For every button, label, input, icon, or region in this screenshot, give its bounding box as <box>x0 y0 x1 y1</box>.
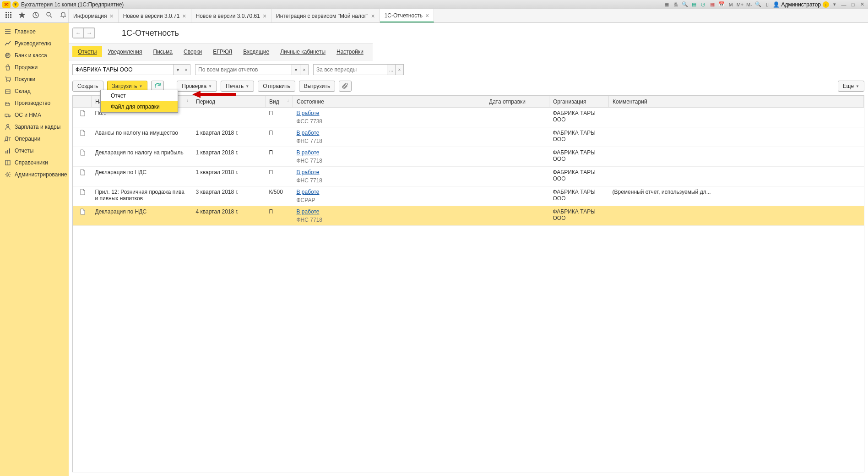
subtabs: ОтчетыУведомленияПисьмаСверкиЕГРЮЛВходящ… <box>69 43 373 60</box>
col-org[interactable]: Организация <box>549 96 609 108</box>
close-icon[interactable]: ✕ <box>858 1 866 8</box>
check-button[interactable]: Проверка▼ <box>177 81 217 92</box>
panel-icon[interactable]: ▯ <box>764 1 771 8</box>
more-button[interactable]: Еще▼ <box>838 81 864 92</box>
period-clear-icon[interactable]: × <box>395 65 403 75</box>
user-label[interactable]: 👤 Администратор <box>773 1 821 8</box>
period-more-icon[interactable]: … <box>387 65 395 75</box>
print-icon[interactable]: 🖶 <box>672 1 679 8</box>
print-button[interactable]: Печать▼ <box>221 81 254 92</box>
status-link[interactable]: В работе <box>297 169 320 175</box>
org-clear-icon[interactable]: × <box>182 65 190 75</box>
tab-close-icon[interactable]: × <box>371 12 374 20</box>
sidebar-item[interactable]: Склад <box>0 85 69 97</box>
subtab[interactable]: Уведомления <box>102 46 147 57</box>
org-dropdown-icon[interactable]: ▾ <box>174 65 182 75</box>
tab-close-icon[interactable]: × <box>182 12 186 20</box>
sidebar-item[interactable]: Руководителю <box>0 38 69 49</box>
tab[interactable]: Новое в версии 3.0.71× <box>119 9 191 22</box>
table-row[interactable]: Декларация по НДС1 квартал 2018 г.ПВ раб… <box>73 167 864 186</box>
mminus-icon[interactable]: M- <box>745 1 753 8</box>
sidebar-item[interactable]: ОС и НМА <box>0 109 69 121</box>
calc-icon[interactable]: ▤ <box>690 1 698 8</box>
sidebar-item[interactable]: Зарплата и кадры <box>0 121 69 133</box>
subtab[interactable]: Отчеты <box>72 46 102 57</box>
bell-icon[interactable] <box>60 11 67 20</box>
sidebar-item[interactable]: Главное <box>0 26 69 38</box>
status-link[interactable]: В работе <box>297 110 320 116</box>
table-row[interactable]: Авансы по налогу на имущество1 квартал 2… <box>73 127 864 147</box>
mplus-icon[interactable]: M+ <box>736 1 743 8</box>
tab[interactable]: Новое в версии 3.0.70.61× <box>191 9 272 22</box>
svg-rect-8 <box>10 16 11 18</box>
status-link[interactable]: В работе <box>297 208 320 215</box>
create-button[interactable]: Создать <box>72 81 103 92</box>
table-row[interactable]: Декларация по налогу на прибыль1 квартал… <box>73 147 864 167</box>
sidebar-item[interactable]: Администрирование <box>0 169 69 181</box>
apps-icon[interactable] <box>5 12 12 20</box>
attach-button[interactable] <box>339 81 352 92</box>
tab-close-icon[interactable]: × <box>109 12 113 20</box>
grid-icon[interactable]: ▦ <box>663 1 670 8</box>
dd2-icon[interactable]: ▾ <box>831 1 838 8</box>
sidebar-item[interactable]: Продажи <box>0 61 69 73</box>
subtab[interactable]: Настройки <box>331 46 369 57</box>
type-clear-icon[interactable]: × <box>300 65 308 75</box>
bag-icon <box>5 64 11 71</box>
subtab[interactable]: ЕГРЮЛ <box>207 46 238 57</box>
org-input[interactable] <box>73 65 174 75</box>
history-icon[interactable] <box>32 11 39 20</box>
dd-file[interactable]: Файл для отправки <box>101 101 178 112</box>
status-link[interactable]: В работе <box>297 189 320 195</box>
table[interactable]: Наименование↓ Период Вид↓ Состояние Дата… <box>72 95 864 472</box>
period-input[interactable] <box>314 65 387 75</box>
info-icon[interactable]: i <box>823 1 829 8</box>
send-button[interactable]: Отправить <box>258 81 295 92</box>
tab[interactable]: Интеграция с сервисом "Мой налог"× <box>271 9 380 22</box>
tab-close-icon[interactable]: × <box>263 12 266 20</box>
dropdown-icon[interactable]: ▾ <box>12 1 19 8</box>
status-link[interactable]: В работе <box>297 149 320 156</box>
maximize-icon[interactable]: □ <box>849 1 857 8</box>
type-dropdown-icon[interactable]: ▾ <box>292 65 300 75</box>
date-icon[interactable]: 📅 <box>718 1 725 8</box>
export-button[interactable]: Выгрузить <box>299 81 336 92</box>
col-comment[interactable]: Комментарий <box>609 96 864 108</box>
table-row[interactable]: Декларация по НДС4 квартал 2018 г.ПВ раб… <box>73 206 864 226</box>
sidebar-item[interactable]: Отчеты <box>0 145 69 157</box>
col-kind[interactable]: Вид↓ <box>266 96 293 108</box>
sidebar-item[interactable]: Справочники <box>0 157 69 169</box>
subtab[interactable]: Письма <box>148 46 179 57</box>
sidebar-item[interactable]: Банк и касса <box>0 49 69 61</box>
subtab[interactable]: Входящие <box>238 46 275 57</box>
find-icon[interactable] <box>46 11 53 20</box>
subtab[interactable]: Личные кабинеты <box>275 46 331 57</box>
doc-icon <box>80 189 85 195</box>
dd-report[interactable]: Отчет <box>101 90 178 101</box>
sidebar-item[interactable]: Операции <box>0 133 69 145</box>
table-row[interactable]: Прил. 12: Розничная продажа пива и пивны… <box>73 186 864 206</box>
forward-button[interactable]: → <box>84 28 95 38</box>
tab-close-icon[interactable]: × <box>425 12 429 19</box>
cal-icon[interactable]: ▦ <box>709 1 716 8</box>
svg-rect-4 <box>8 14 9 16</box>
tab[interactable]: Информация× <box>69 9 119 22</box>
type-input[interactable] <box>195 65 292 75</box>
col-status[interactable]: Состояние <box>293 96 485 108</box>
back-button[interactable]: ← <box>73 28 84 38</box>
sidebar-item[interactable]: Производство <box>0 97 69 109</box>
col-icon[interactable] <box>73 96 92 108</box>
star-icon[interactable] <box>18 11 26 20</box>
status-link[interactable]: В работе <box>297 130 320 136</box>
tab[interactable]: 1С-Отчетность× <box>380 9 434 22</box>
clock-icon[interactable]: ◷ <box>700 1 707 8</box>
table-row[interactable]: По...ПВ работеФСС 7738ФАБРИКА ТАРЫ ООО <box>73 108 864 127</box>
zoom-icon[interactable]: 🔍 <box>754 1 762 8</box>
search-icon[interactable]: 🔍 <box>681 1 689 8</box>
minimize-icon[interactable]: — <box>840 1 847 8</box>
m-icon[interactable]: M <box>727 1 734 8</box>
svg-rect-5 <box>10 14 11 16</box>
sidebar-item[interactable]: Покупки <box>0 73 69 85</box>
col-sent[interactable]: Дата отправки <box>485 96 549 108</box>
subtab[interactable]: Сверки <box>178 46 207 57</box>
